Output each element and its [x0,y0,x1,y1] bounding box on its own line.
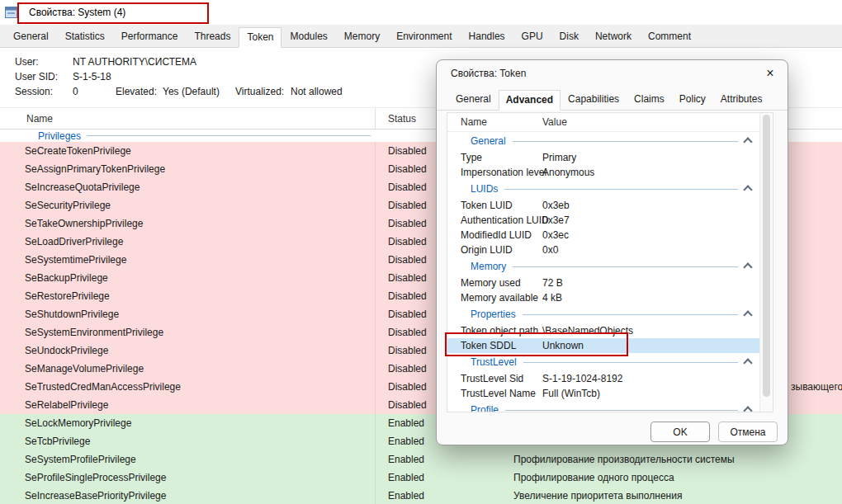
privilege-name: SeCreateTokenPrivilege [0,142,376,160]
list-item[interactable]: Type Primary [447,150,759,165]
tab-statistics[interactable]: Statistics [57,26,113,47]
tab-handles[interactable]: Handles [461,26,513,47]
session-value: 0 [73,86,116,97]
list-item[interactable]: TrustLevel Name Full (WinTcb) [447,386,759,401]
privilege-name: SeProfileSingleProcessPrivilege [0,469,376,487]
privilege-name: SeUndockPrivilege [0,341,376,360]
tab-disk[interactable]: Disk [551,26,587,47]
dialog-column-name[interactable]: Name [447,116,542,128]
collapse-chevron-icon[interactable] [743,358,752,367]
item-value: Anonymous [542,167,759,178]
tab-threads[interactable]: Threads [186,26,239,47]
privilege-name: SeRestorePrivilege [0,287,376,305]
elevated-value: Yes (Default) [163,86,235,97]
privileges-group-header[interactable]: Privileges [0,130,376,142]
user-label: User: [15,56,73,68]
dialog-tab-capabilities[interactable]: Capabilities [561,89,627,110]
privileges-group-label: Privileges [0,130,81,142]
list-item[interactable]: Memory used 72 B [447,276,759,290]
group-underline [87,135,371,136]
tab-modules[interactable]: Modules [281,26,335,47]
elevated-label: Elevated: [116,86,163,97]
tab-gpu[interactable]: GPU [513,26,551,47]
privilege-name: SeTrustedCredManAccessPrivilege [0,378,376,396]
tab-network[interactable]: Network [587,26,640,47]
scrollbar-thumb[interactable] [763,115,770,397]
close-icon[interactable]: × [753,60,788,87]
list-item[interactable]: Authentication LUID 0x3e7 [447,213,759,228]
collapse-chevron-icon[interactable] [743,406,752,412]
column-header-name[interactable]: Name [0,108,376,129]
dialog-tab-claims[interactable]: Claims [627,89,672,110]
tab-memory[interactable]: Memory [336,26,388,47]
item-name: TrustLevel Sid [447,373,542,384]
list-item[interactable]: Token object path \BaseNamedObjects [447,323,759,338]
item-value: 0x3e7 [542,214,759,226]
dialog-column-value[interactable]: Value [542,116,759,128]
group-properties[interactable]: Properties [447,305,759,323]
user-sid-value: S-1-5-18 [73,71,111,82]
tab-performance[interactable]: Performance [113,26,187,47]
item-name: ModifiedId LUID [447,229,542,241]
list-item[interactable]: Impersonation level Anonymous [447,165,759,180]
collapse-chevron-icon[interactable] [743,185,752,194]
table-row[interactable]: SeIncreaseBasePriorityPrivilege Enabled … [0,487,842,504]
collapse-chevron-icon[interactable] [743,310,752,319]
item-value: S-1-19-1024-8192 [542,373,759,384]
privilege-name: SeBackupPrivilege [0,269,376,287]
item-name: Impersonation level [447,167,542,178]
dialog-tab-advanced[interactable]: Advanced [499,90,561,111]
privilege-description: Увеличение приоритета выполнения [508,487,842,504]
list-item[interactable]: TrustLevel Sid S-1-19-1024-8192 [447,371,759,386]
privilege-name: SeSystemtimePrivilege [0,251,376,269]
privilege-name: SeAssignPrimaryTokenPrivilege [0,160,376,178]
collapse-chevron-icon[interactable] [743,137,752,146]
collapse-chevron-icon[interactable] [743,262,752,271]
token-advanced-list: Name Value General Type Primary Imperson… [447,112,773,412]
list-item[interactable]: Origin LUID 0x0 [447,243,759,257]
scrollbar[interactable] [759,113,773,412]
tab-general[interactable]: General [5,26,57,47]
group-profile[interactable]: Profile [447,401,759,412]
privilege-name: SeRelabelPrivilege [0,396,376,414]
cancel-button[interactable]: Отмена [718,422,778,442]
dialog-tab-policy[interactable]: Policy [672,89,713,110]
window-titlebar: Свойства: System (4) [0,0,842,25]
group-label: LUIDs [447,183,498,195]
tab-environment[interactable]: Environment [388,26,460,47]
virtualized-value: Not allowed [291,86,343,97]
list-item[interactable]: ModifiedId LUID 0x3ec [447,228,759,243]
item-name: Token SDDL [447,340,542,351]
group-label: Memory [447,261,506,272]
group-trustlevel[interactable]: TrustLevel [447,353,759,371]
ok-button[interactable]: OK [650,422,710,442]
group-underline [504,189,738,190]
table-row[interactable]: SeSystemProfilePrivilege Enabled Профили… [0,450,842,469]
token-properties-dialog: Свойства: Token × General Advanced Capab… [436,59,788,445]
group-underline [513,266,738,267]
group-label: Properties [447,309,516,320]
item-value: Primary [542,152,759,163]
tab-token[interactable]: Token [239,27,281,48]
group-general[interactable]: General [447,132,759,150]
list-item[interactable]: Memory available 4 kB [447,290,759,305]
main-tabstrip: General Statistics Performance Threads T… [0,25,842,48]
item-value: \BaseNamedObjects [542,325,759,337]
user-value: NT AUTHORITY\СИСТЕМА [73,56,196,68]
group-memory[interactable]: Memory [447,257,759,276]
list-item[interactable]: Token LUID 0x3eb [447,198,759,213]
item-value: 0x0 [542,244,759,256]
item-name: Memory used [447,277,542,289]
group-underline [505,410,738,411]
privilege-description: Профилирование одного процесса [508,469,842,487]
item-value: 0x3ec [542,229,759,241]
tab-comment[interactable]: Comment [640,26,699,47]
privilege-description: Профилирование производительности систем… [508,450,842,469]
dialog-tab-attributes[interactable]: Attributes [713,89,770,110]
dialog-tab-general[interactable]: General [448,89,499,110]
list-item-token-sddl[interactable]: Token SDDL Unknown [447,338,759,353]
item-value: Full (WinTcb) [542,388,759,399]
group-luids[interactable]: LUIDs [447,180,759,198]
privilege-status: Enabled [376,487,508,504]
table-row[interactable]: SeProfileSingleProcessPrivilege Enabled … [0,469,842,487]
